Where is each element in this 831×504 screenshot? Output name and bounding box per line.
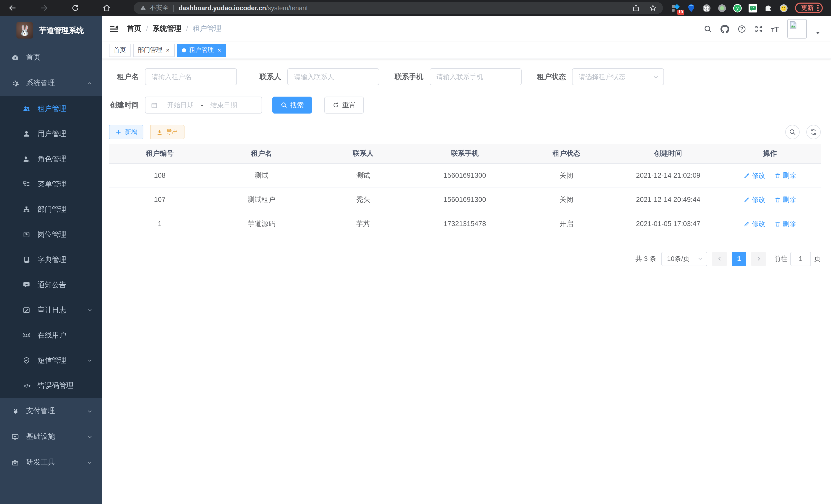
browser-menu-icon[interactable] bbox=[817, 5, 819, 11]
edit-link[interactable]: 修改 bbox=[744, 219, 765, 228]
table-row: 1 芋道源码 芋艿 17321315478 开启 2021-01-05 17:0… bbox=[109, 212, 821, 236]
user-caret-down-icon[interactable] bbox=[815, 30, 821, 36]
tab-dept[interactable]: 部门管理 × bbox=[133, 43, 175, 57]
page-1-button[interactable]: 1 bbox=[732, 251, 746, 266]
share-icon[interactable] bbox=[632, 4, 640, 12]
back-icon bbox=[8, 4, 17, 12]
extension-balloon-icon[interactable] bbox=[687, 3, 696, 12]
status-select[interactable]: 请选择租户状态 bbox=[572, 68, 664, 85]
delete-link[interactable]: 删除 bbox=[774, 195, 796, 204]
sidebar-item-role[interactable]: 角色管理 bbox=[0, 146, 102, 172]
font-size-icon[interactable]: TT bbox=[771, 25, 779, 33]
sidebar-item-system[interactable]: 系统管理 bbox=[0, 70, 102, 96]
logo-image: 🐰 bbox=[17, 22, 33, 38]
sidebar-item-online-user[interactable]: 在线用户 bbox=[0, 323, 102, 348]
add-button[interactable]: 新增 bbox=[109, 125, 143, 139]
sidebar-item-infra[interactable]: 基础设施 bbox=[0, 424, 102, 449]
mobile-input[interactable] bbox=[430, 68, 522, 85]
address-bar[interactable]: 不安全 dashboard.yudao.iocoder.cn/system/te… bbox=[134, 2, 663, 14]
contact-input[interactable] bbox=[287, 68, 379, 85]
sidebar-item-pay[interactable]: ¥ 支付管理 bbox=[0, 398, 102, 424]
security-label[interactable]: 不安全 bbox=[149, 4, 169, 12]
sidebar-item-notice[interactable]: 通知公告 bbox=[0, 272, 102, 297]
app-logo[interactable]: 🐰 芋道管理系统 bbox=[0, 16, 102, 45]
trash-icon bbox=[774, 172, 781, 179]
table-toolbar: 新增 导出 bbox=[109, 125, 821, 139]
plus-icon bbox=[115, 129, 122, 136]
breadcrumb-home[interactable]: 首页 bbox=[127, 24, 141, 33]
tab-home[interactable]: 首页 bbox=[109, 43, 131, 57]
trash-icon bbox=[774, 221, 781, 227]
delete-link[interactable]: 删除 bbox=[774, 219, 796, 228]
url-text[interactable]: dashboard.yudao.iocoder.cn/system/tenant bbox=[179, 4, 308, 11]
chevron-right-icon bbox=[756, 256, 762, 262]
org-tree-icon bbox=[23, 206, 30, 213]
extension-yuque-icon[interactable]: y bbox=[733, 3, 742, 12]
sidebar-item-dept[interactable]: 部门管理 bbox=[0, 197, 102, 222]
cell-mobile: 17321315478 bbox=[414, 212, 516, 236]
extension-recorder-icon[interactable] bbox=[717, 3, 727, 12]
navbar: 首页 / 系统管理 / 租户管理 TT bbox=[102, 16, 831, 41]
header-search-icon[interactable] bbox=[703, 24, 712, 33]
system-submenu: 租户管理 用户管理 角色管理 菜单管理 bbox=[0, 96, 102, 398]
gear-icon bbox=[11, 79, 19, 87]
refresh-table-button[interactable] bbox=[806, 125, 821, 139]
sidebar-item-sms[interactable]: 短信管理 bbox=[0, 348, 102, 373]
close-icon[interactable]: × bbox=[217, 47, 222, 53]
delete-link[interactable]: 删除 bbox=[774, 171, 796, 180]
date-range-picker[interactable]: - bbox=[145, 97, 262, 114]
avatar[interactable] bbox=[787, 19, 807, 38]
sidebar-item-dev-tools[interactable]: 研发工具 bbox=[0, 449, 102, 475]
reset-button[interactable]: 重置 bbox=[324, 97, 364, 114]
extension-chat-icon[interactable] bbox=[748, 3, 757, 12]
browser-back-button[interactable] bbox=[8, 4, 17, 12]
end-date-input[interactable] bbox=[204, 101, 243, 109]
sidebar-item-user[interactable]: 用户管理 bbox=[0, 121, 102, 146]
extensions-puzzle-icon[interactable] bbox=[764, 3, 773, 12]
start-date-input[interactable] bbox=[161, 101, 200, 109]
user-icon bbox=[23, 130, 30, 138]
tags-view: 首页 部门管理 × 租户管理 × bbox=[102, 41, 831, 59]
chevron-left-icon bbox=[717, 256, 722, 262]
table-tools bbox=[785, 125, 821, 139]
extension-command-icon[interactable] bbox=[702, 3, 711, 12]
sidebar-item-home[interactable]: 首页 bbox=[0, 45, 102, 70]
reload-icon bbox=[71, 4, 80, 12]
browser-forward-button[interactable] bbox=[39, 4, 48, 12]
page-size-select[interactable]: 10条/页 bbox=[661, 251, 707, 266]
sidebar-item-menu[interactable]: 菜单管理 bbox=[0, 172, 102, 197]
prev-page-button[interactable] bbox=[712, 251, 727, 266]
hamburger-icon[interactable] bbox=[109, 24, 119, 34]
goto-page-input[interactable] bbox=[791, 251, 811, 266]
sidebar-item-dict[interactable]: 字典管理 bbox=[0, 247, 102, 272]
sidebar-item-error-code[interactable]: </> 错误码管理 bbox=[0, 373, 102, 398]
extension-emoji-icon[interactable] bbox=[779, 3, 789, 12]
search-button[interactable]: 搜索 bbox=[273, 97, 312, 114]
breadcrumb-system[interactable]: 系统管理 bbox=[153, 24, 181, 33]
browser-home-button[interactable] bbox=[102, 4, 111, 12]
puzzle-icon bbox=[764, 3, 773, 12]
edit-link[interactable]: 修改 bbox=[744, 171, 765, 180]
bookmark-star-icon[interactable] bbox=[649, 4, 657, 12]
goto-label: 前往 bbox=[774, 254, 787, 263]
search-icon bbox=[789, 128, 796, 136]
extension-translate-icon[interactable]: 10 bbox=[671, 3, 681, 12]
browser-update-button[interactable]: 更新 bbox=[795, 3, 823, 13]
navbar-actions: TT bbox=[703, 19, 821, 38]
next-page-button[interactable] bbox=[751, 251, 766, 266]
fullscreen-icon[interactable] bbox=[754, 24, 763, 33]
tenant-name-input[interactable] bbox=[145, 68, 237, 85]
export-button[interactable]: 导出 bbox=[150, 125, 184, 139]
forward-icon bbox=[39, 4, 48, 12]
sidebar-item-post[interactable]: 岗位管理 bbox=[0, 222, 102, 247]
filter-label: 租户名 bbox=[109, 72, 139, 82]
browser-reload-button[interactable] bbox=[71, 4, 80, 12]
close-icon[interactable]: × bbox=[166, 47, 170, 53]
tab-tenant[interactable]: 租户管理 × bbox=[177, 43, 226, 57]
github-icon[interactable] bbox=[720, 24, 729, 33]
sidebar-item-tenant[interactable]: 租户管理 bbox=[0, 96, 102, 121]
show-search-button[interactable] bbox=[785, 125, 800, 139]
help-icon[interactable] bbox=[737, 24, 746, 33]
edit-link[interactable]: 修改 bbox=[744, 195, 765, 204]
sidebar-item-audit-log[interactable]: 审计日志 bbox=[0, 297, 102, 323]
